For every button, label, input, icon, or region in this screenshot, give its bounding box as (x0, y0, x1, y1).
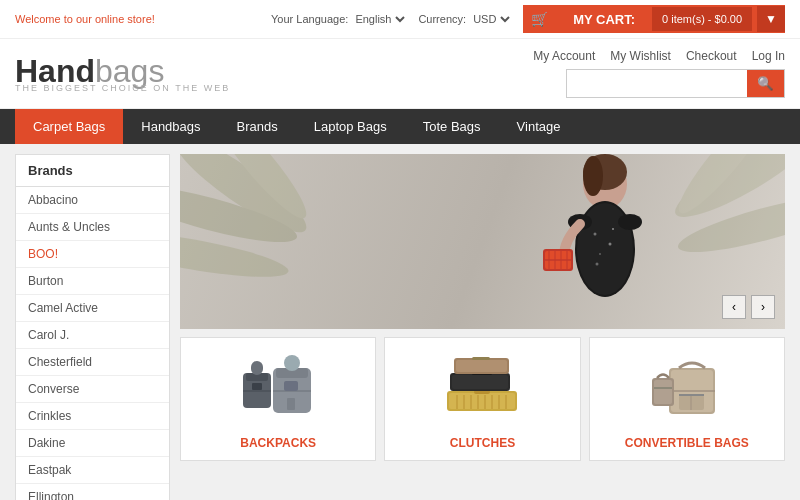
svg-rect-45 (456, 360, 507, 372)
backpacks-svg (238, 353, 318, 423)
cart-label: MY CART: (561, 6, 647, 33)
product-card-backpacks[interactable]: BACKPACKS (180, 337, 376, 461)
top-bar-right: Your Language: English French Currency: … (271, 5, 785, 33)
main-layout: Brands Abbacino Aunts & Uncles BOO! Burt… (0, 144, 800, 500)
clutches-image (395, 348, 569, 428)
nav-brands[interactable]: Brands (219, 109, 296, 144)
content-area: ‹ › (180, 154, 785, 500)
svg-rect-62 (654, 380, 672, 404)
clutches-svg (442, 353, 522, 423)
svg-rect-29 (251, 361, 263, 375)
sidebar-item-aunts-uncles[interactable]: Aunts & Uncles (16, 214, 169, 241)
search-input[interactable] (567, 72, 747, 96)
clutches-label: CLUTCHES (395, 436, 569, 450)
svg-rect-34 (284, 355, 300, 371)
logo: Handbags THE BIGGEST CHOICE ON THE WEB (15, 55, 230, 93)
product-row: BACKPACKS (180, 337, 785, 461)
nav-vintage[interactable]: Vintage (499, 109, 579, 144)
sidebar-title: Brands (16, 155, 169, 187)
hero-banner: ‹ › (180, 154, 785, 329)
cart-dropdown-icon: ▼ (757, 6, 785, 32)
convertible-image (600, 348, 774, 428)
svg-rect-37 (287, 398, 295, 410)
sidebar-item-burton[interactable]: Burton (16, 268, 169, 295)
nav-tote-bags[interactable]: Tote Bags (405, 109, 499, 144)
checkout-link[interactable]: Checkout (686, 49, 737, 63)
sidebar-item-boo[interactable]: BOO! (16, 241, 169, 268)
sidebar-item-camel-active[interactable]: Camel Active (16, 295, 169, 322)
nav-handbags[interactable]: Handbags (123, 109, 218, 144)
convertible-svg (647, 353, 727, 423)
language-select[interactable]: English French (351, 12, 408, 26)
svg-rect-42 (452, 375, 508, 389)
svg-point-17 (596, 263, 599, 266)
nav-bar: Carpet Bags Handbags Brands Laptop Bags … (0, 109, 800, 144)
nav-laptop-bags[interactable]: Laptop Bags (296, 109, 405, 144)
search-icon: 🔍 (757, 76, 774, 91)
hero-navigation: ‹ › (722, 295, 775, 319)
login-link[interactable]: Log In (752, 49, 785, 63)
hero-prev-button[interactable]: ‹ (722, 295, 746, 319)
top-bar: Welcome to our online store! Your Langua… (0, 0, 800, 39)
svg-point-16 (612, 228, 614, 230)
search-bar: 🔍 (566, 69, 785, 98)
svg-rect-46 (472, 357, 490, 360)
sidebar-item-abbacino[interactable]: Abbacino (16, 187, 169, 214)
language-label: Your Language: English French (271, 12, 408, 26)
sidebar-item-eastpak[interactable]: Eastpak (16, 457, 169, 484)
nav-carpet-bags[interactable]: Carpet Bags (15, 109, 123, 144)
product-card-convertible[interactable]: CONVERTIBLE BAGS (589, 337, 785, 461)
svg-rect-31 (252, 383, 262, 390)
my-wishlist-link[interactable]: My Wishlist (610, 49, 671, 63)
header: Handbags THE BIGGEST CHOICE ON THE WEB M… (0, 39, 800, 109)
svg-point-14 (609, 243, 612, 246)
sidebar-item-converse[interactable]: Converse (16, 376, 169, 403)
sidebar-item-chesterfield[interactable]: Chesterfield (16, 349, 169, 376)
welcome-message: Welcome to our online store! (15, 13, 155, 25)
backpacks-image (191, 348, 365, 428)
my-account-link[interactable]: My Account (533, 49, 595, 63)
hero-leaves-left (180, 154, 380, 329)
currency-select[interactable]: USD EUR (469, 12, 513, 26)
svg-point-19 (618, 214, 642, 230)
currency-label: Currency: USD EUR (418, 12, 513, 26)
logo-tagline: THE BIGGEST CHOICE ON THE WEB (15, 84, 230, 93)
convertible-label: CONVERTIBLE BAGS (600, 436, 774, 450)
sidebar-item-carol-j[interactable]: Carol J. (16, 322, 169, 349)
hero-next-button[interactable]: › (751, 295, 775, 319)
backpacks-label: BACKPACKS (191, 436, 365, 450)
cart-info: 0 item(s) - $0.00 (652, 7, 752, 31)
hero-woman-figure (525, 154, 685, 329)
header-nav: My Account My Wishlist Checkout Log In (533, 49, 785, 63)
sidebar: Brands Abbacino Aunts & Uncles BOO! Burt… (15, 154, 170, 500)
svg-point-9 (583, 156, 603, 196)
search-button[interactable]: 🔍 (747, 70, 784, 97)
svg-point-15 (599, 253, 601, 255)
sidebar-item-ellington[interactable]: Ellington (16, 484, 169, 500)
svg-point-13 (594, 233, 597, 236)
svg-rect-39 (449, 393, 515, 409)
cart-button[interactable]: 🛒 MY CART: 0 item(s) - $0.00 ▼ (523, 5, 785, 33)
sidebar-item-dakine[interactable]: Dakine (16, 430, 169, 457)
header-right: My Account My Wishlist Checkout Log In 🔍 (533, 49, 785, 98)
svg-rect-36 (284, 381, 298, 391)
sidebar-item-crinkles[interactable]: Crinkles (16, 403, 169, 430)
product-card-clutches[interactable]: CLUTCHES (384, 337, 580, 461)
